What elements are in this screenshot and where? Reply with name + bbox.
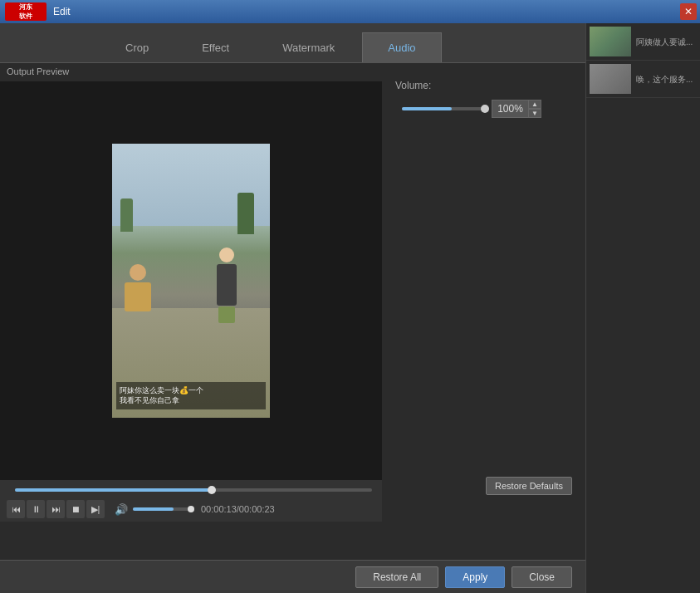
volume-fill	[133, 507, 174, 511]
tab-crop[interactable]: Crop	[100, 32, 174, 62]
video-frame: 阿妹你这么卖一块💰一个 我看不见你自己拿	[112, 144, 270, 418]
title-bar: 河东软件 Edit ✕	[0, 0, 700, 23]
stop-button[interactable]: ⏹	[66, 500, 85, 518]
time-display: 00:00:13/00:00:23	[201, 504, 275, 514]
tab-watermark[interactable]: Watermark	[257, 32, 360, 62]
apply-button[interactable]: Apply	[445, 566, 505, 588]
tab-audio[interactable]: Audio	[362, 32, 441, 62]
volume-control-row: 100% ▲ ▼	[402, 100, 572, 118]
volume-slider-track[interactable]	[402, 107, 485, 110]
volume-track[interactable]	[133, 507, 191, 511]
controls-row: ⏮ ⏸ ⏭ ⏹ ▶| 🔊 00:00:13/00:00:23	[7, 500, 375, 518]
volume-label: Volume:	[395, 80, 572, 91]
sidebar-item-label-2: 唤，这个服务...	[636, 74, 693, 85]
volume-spinbox: 100% ▲ ▼	[492, 100, 541, 118]
video-background: 阿妹你这么卖一块💰一个 我看不见你自己拿	[112, 144, 270, 418]
volume-slider-fill	[402, 107, 452, 110]
video-subtitle: 阿妹你这么卖一块💰一个 我看不见你自己拿	[116, 382, 266, 409]
volume-handle[interactable]	[188, 506, 194, 512]
thumbnail-2	[590, 64, 631, 94]
volume-icon: 🔊	[115, 503, 128, 516]
volume-section: Volume: 100% ▲ ▼	[395, 80, 572, 118]
sidebar-item-label-1: 阿姨做人要诚...	[636, 37, 693, 47]
volume-up-button[interactable]: ▲	[528, 100, 541, 109]
app-logo: 河东软件	[5, 2, 47, 21]
restore-all-button[interactable]: Restore All	[355, 566, 438, 588]
tab-effect[interactable]: Effect	[176, 32, 255, 62]
volume-down-button[interactable]: ▼	[528, 109, 541, 118]
close-dialog-button[interactable]: Close	[512, 566, 572, 588]
fast-forward-button[interactable]: ⏭	[47, 500, 65, 518]
restore-defaults-button[interactable]: Restore Defaults	[486, 477, 572, 495]
bottom-bar: Restore All Apply Close	[0, 560, 585, 593]
main-area: Output Preview	[0, 63, 585, 593]
window-title: Edit	[53, 6, 71, 17]
seek-handle[interactable]	[208, 486, 216, 494]
audio-panel: Volume: 100% ▲ ▼ Restore Defaults	[382, 63, 585, 545]
volume-slider-handle[interactable]	[481, 105, 489, 113]
seek-bar-track[interactable]	[15, 488, 372, 492]
playback-area: ⏮ ⏸ ⏭ ⏹ ▶| 🔊 00:00:13/00:00:23	[0, 480, 382, 522]
sidebar-item-1[interactable]: 阿姨做人要诚...	[586, 23, 700, 61]
seek-bar-fill	[15, 488, 212, 492]
window-close-button[interactable]: ✕	[680, 3, 697, 20]
sidebar-item-2[interactable]: 唤，这个服务...	[586, 61, 700, 98]
pause-button[interactable]: ⏸	[27, 500, 45, 518]
next-frame-button[interactable]: ▶|	[86, 500, 105, 518]
thumbnail-1	[590, 27, 631, 56]
volume-value[interactable]: 100%	[492, 100, 528, 118]
seek-bar-container[interactable]	[7, 483, 375, 497]
sidebar: 阿姨做人要诚... 唤，这个服务...	[585, 23, 700, 593]
volume-spin-buttons: ▲ ▼	[528, 100, 541, 118]
rewind-button[interactable]: ⏮	[7, 500, 25, 518]
video-preview-container: 阿妹你这么卖一块💰一个 我看不见你自己拿	[0, 81, 382, 480]
